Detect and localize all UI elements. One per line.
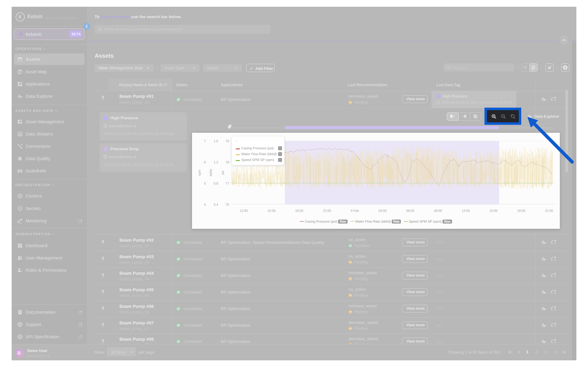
svg-text:1.6: 1.6 (213, 139, 218, 143)
svg-text:12:00: 12:00 (462, 209, 470, 213)
svg-text:5: 5 (204, 182, 206, 185)
svg-text:06:00: 06:00 (406, 209, 414, 213)
svg-text:1.2: 1.2 (213, 160, 218, 164)
svg-text:K: K (19, 14, 22, 20)
svg-text:0.4: 0.4 (213, 203, 218, 206)
svg-text:0.8: 0.8 (213, 182, 218, 185)
svg-text:21:00: 21:00 (545, 209, 553, 213)
svg-text:spm: spm (198, 170, 201, 176)
svg-text:6: 6 (204, 160, 206, 164)
svg-text:79: 79 (225, 139, 229, 143)
svg-text:15:00: 15:00 (267, 209, 275, 213)
svg-text:21:00: 21:00 (323, 209, 331, 213)
svg-text:18:00: 18:00 (517, 209, 525, 213)
svg-text:77: 77 (225, 182, 229, 185)
svg-text:03:00: 03:00 (379, 209, 386, 213)
svg-text:15:00: 15:00 (489, 209, 497, 213)
svg-text:78: 78 (225, 160, 229, 164)
svg-text:bbl/d: bbl/d (209, 169, 213, 176)
svg-text:7: 7 (204, 139, 206, 143)
svg-text:12:00: 12:00 (240, 209, 248, 213)
svg-text:psi: psi (221, 171, 224, 174)
svg-text:76: 76 (225, 203, 229, 206)
svg-text:4 Feb: 4 Feb (351, 209, 359, 213)
svg-text:09:00: 09:00 (434, 209, 442, 213)
svg-text:18:00: 18:00 (295, 209, 303, 213)
svg-text:4: 4 (204, 203, 206, 206)
